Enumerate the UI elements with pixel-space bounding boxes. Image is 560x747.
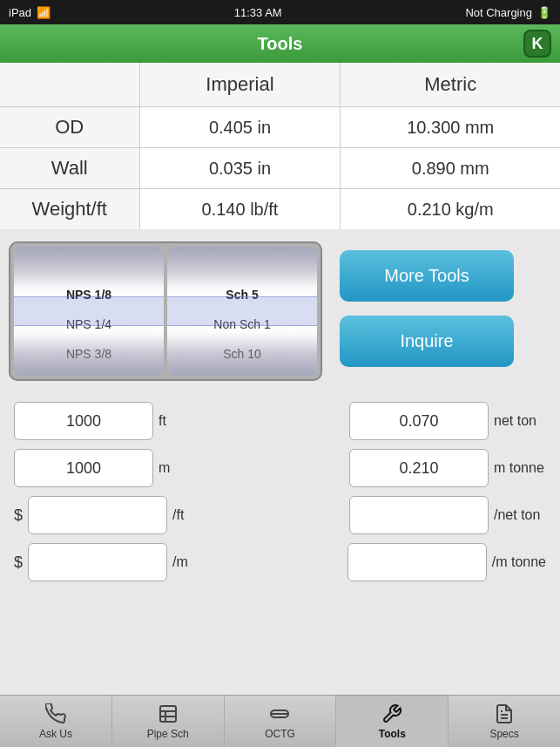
row-metric-weight: 0.210 kg/m [341,189,560,230]
table-icon [157,703,179,725]
calc-input-m[interactable] [14,449,153,487]
row-imperial-weight: 0.140 lb/ft [139,189,341,230]
calc-unit-per-m: /m [172,554,225,570]
calc-group-price-m: $ /m [14,543,225,581]
picker-wheel-right[interactable]: Sch 5 Non Sch 1 Sch 10 [167,247,317,376]
pipe-icon [268,703,291,725]
app-logo[interactable]: K [523,30,551,58]
calc-input-price-m[interactable] [28,543,167,581]
tab-ask-us[interactable]: Ask Us [0,696,112,747]
picker-selection-left [14,296,164,326]
tab-label-tools: Tools [379,728,406,740]
table-header-label [0,63,139,107]
charging-label: Not Charging [465,6,532,19]
dollar-prefix-1: $ [14,506,23,525]
tab-bar: Ask Us Pipe Sch OCTG Tools S [0,695,560,747]
tab-label-pipe-sch: Pipe Sch [147,728,189,740]
table-row: Wall 0.035 in 0.890 mm [0,148,560,189]
status-right: Not Charging 🔋 [465,6,551,19]
calc-row-3: $ /ft /net ton [14,496,546,534]
table-row: OD 0.405 in 10.300 mm [0,107,560,148]
picker-selection-right [167,296,317,326]
ipad-label: iPad [9,6,31,19]
calc-input-price-ft[interactable] [28,496,167,534]
buttons-area: More Tools Inquire [340,250,514,367]
calc-input-price-mtonne[interactable] [347,543,487,581]
picker-container[interactable]: NPS 1/8 NPS 1/4 NPS 3/8 Sch 5 Non Sch 1 … [9,241,322,381]
tab-pipe-sch[interactable]: Pipe Sch [112,696,225,747]
calculator-section: ft net ton m m tonne $ / [0,393,560,590]
calc-input-ft[interactable] [14,402,153,440]
row-label-od: OD [0,107,139,148]
status-left: iPad 📶 [9,6,51,19]
tab-specs[interactable]: Specs [449,696,560,747]
calc-input-mtonne[interactable] [349,449,489,487]
picker-item[interactable]: NPS 3/8 [14,339,164,369]
calc-input-neton[interactable] [349,402,489,440]
tab-label-specs: Specs [489,728,518,740]
picker-area: NPS 1/8 NPS 1/4 NPS 3/8 Sch 5 Non Sch 1 … [0,229,560,393]
calc-unit-ft: ft [159,413,211,429]
tools-icon [381,703,403,725]
tab-tools[interactable]: Tools [336,696,449,747]
calc-group-m: m [14,449,211,487]
calc-unit-per-ft: /ft [172,507,225,523]
dollar-prefix-2: $ [14,553,23,572]
picker-wheel-left[interactable]: NPS 1/8 NPS 1/4 NPS 3/8 [14,247,164,376]
more-tools-button[interactable]: More Tools [340,250,514,302]
calc-group-price-neton: /net ton [349,496,546,534]
table-header-metric: Metric [341,63,560,107]
main-content: Imperial Metric OD 0.405 in 10.300 mm Wa… [0,63,560,695]
calc-group-price-mtonne: /m tonne [347,543,546,581]
row-imperial-od: 0.405 in [139,107,341,148]
row-metric-wall: 0.890 mm [341,148,560,189]
calc-group-ft: ft [14,402,211,440]
calc-unit-mtonne: m tonne [494,460,546,476]
tab-label-octg: OCTG [265,728,295,740]
picker-item[interactable]: Sch 10 [167,339,317,369]
calc-row-4: $ /m /m tonne [14,543,546,581]
table-row: Weight/ft 0.140 lb/ft 0.210 kg/m [0,189,560,230]
calc-row-2: m m tonne [14,449,546,487]
row-imperial-wall: 0.035 in [139,148,341,189]
calc-group-mtonne: m tonne [349,449,546,487]
wifi-icon: 📶 [37,6,51,19]
phone-icon [44,703,67,725]
time-display: 11:33 AM [234,6,282,19]
calc-unit-m: m [159,460,211,476]
calc-group-price-ft: $ /ft [14,496,225,534]
calc-unit-neton: net ton [494,413,546,429]
calc-input-price-neton[interactable] [349,496,489,534]
calc-unit-per-neton: /net ton [494,507,546,523]
inquire-button[interactable]: Inquire [340,316,514,367]
battery-icon: 🔋 [537,6,551,19]
svg-rect-0 [160,706,176,722]
page-title: Tools [258,34,303,54]
calc-group-neton: net ton [349,402,546,440]
row-metric-od: 10.300 mm [341,107,560,148]
calc-row-1: ft net ton [14,402,546,440]
calc-unit-per-mtonne: /m tonne [492,554,546,570]
document-icon [493,703,516,725]
tab-label-ask-us: Ask Us [39,728,72,740]
row-label-wall: Wall [0,148,139,189]
data-table: Imperial Metric OD 0.405 in 10.300 mm Wa… [0,63,560,229]
title-bar: Tools K [0,24,560,63]
status-bar: iPad 📶 11:33 AM Not Charging 🔋 [0,0,560,24]
table-header-imperial: Imperial [139,63,341,107]
row-label-weight: Weight/ft [0,189,139,230]
tab-octg[interactable]: OCTG [225,696,337,747]
